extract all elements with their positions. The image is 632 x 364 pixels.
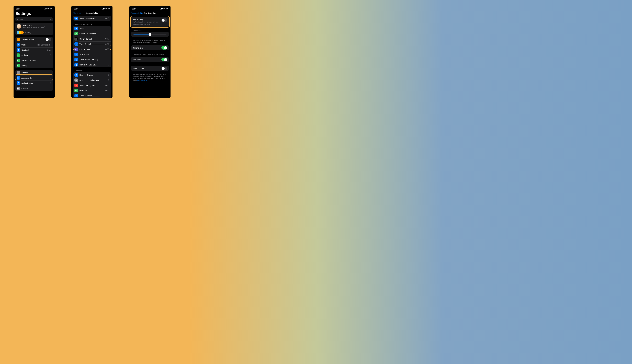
grid-icon [74,37,78,40]
dwell-description: With Dwell Control, maintaining your gaz… [130,73,170,83]
svg-point-5 [18,60,18,61]
accessibility-row[interactable]: Accessibility [15,75,53,80]
back-button[interactable]: Accessibility [130,12,143,14]
page-title: Settings [14,10,54,17]
battery-row[interactable]: Battery [15,63,53,68]
home-indicator[interactable] [84,96,100,97]
cellular-icon [16,54,20,57]
airplane-toggle[interactable] [46,38,51,41]
snap-toggle[interactable] [162,46,167,50]
side-button-row[interactable]: Side Button [73,52,111,57]
nav-bar: Settings Accessibility [72,10,112,16]
search-input[interactable] [15,17,53,21]
nav-title: Eye Tracking [144,12,156,14]
bluetooth-icon [16,48,20,52]
touch-row[interactable]: Touch [73,26,111,31]
svg-rect-8 [19,65,19,66]
signal-icon [44,8,46,10]
snap-to-item-row[interactable]: Snap to Item [131,45,169,50]
chevron-icon [108,64,109,66]
svg-rect-25 [76,39,76,40]
tty-icon [74,89,78,92]
chevron-icon [50,59,51,62]
eye-tracking-toggle[interactable] [162,18,167,22]
eye-tracking-row[interactable]: Eye TrackingOff [73,47,111,52]
hearing-devices-row[interactable]: Hearing Devices [73,72,111,78]
hotspot-row[interactable]: Personal Hotspot [15,58,53,63]
svg-rect-24 [76,39,76,40]
chevron-icon [50,31,51,34]
eye-tracking-description: Eye Tracking allows you to control your … [132,21,162,25]
eye-tracking-toggle-row[interactable]: Eye Tracking Eye Tracking allows you to … [131,17,169,26]
status-time: 11:26 [16,8,20,10]
general-row[interactable]: General [15,70,53,75]
rtt-tty-row[interactable]: RTT/TTYOff [73,88,111,93]
svg-point-6 [18,60,19,61]
dwell-control-row[interactable]: Dwell Control [131,66,169,71]
chevron-icon [108,74,109,76]
svg-point-0 [17,18,18,20]
chevron-icon [108,79,109,82]
apple-account-row[interactable]: M Potuck Apple Account, iCloud, and more [15,22,53,30]
assistivetouch-link[interactable]: AssistiveTouch [137,80,146,81]
wifi-row[interactable]: Wi-Fi Not Connected [15,42,53,48]
mic-icon[interactable] [50,18,52,20]
home-indicator[interactable] [26,96,42,97]
accessibility-screen: 11:26 LTE72 Settings Accessibility Audio… [72,6,112,98]
chevron-icon [50,87,51,90]
smoothing-header: SMOOTHING [130,29,170,32]
carrier-label: LTE [162,8,165,10]
audio-descriptions-row[interactable]: Audio Descriptions Off [73,16,111,21]
camera-row[interactable]: Camera [15,86,53,91]
hotspot-icon [16,59,20,62]
bluetooth-status: On [47,49,50,51]
smoothing-slider[interactable] [134,34,166,34]
nav-bar: Accessibility Eye Tracking [130,10,170,16]
search-field[interactable] [19,18,50,20]
carrier-label: LTE [46,8,49,10]
signal-icon [160,8,162,10]
nearby-devices-row[interactable]: Control Nearby Devices [73,62,111,67]
family-row[interactable]: Family [15,30,53,35]
cellular-row[interactable]: Cellular [15,52,53,58]
ear-icon [74,73,78,77]
svg-rect-14 [18,88,19,89]
dwell-toggle[interactable] [162,66,167,70]
svg-rect-7 [18,65,19,66]
eye-icon [74,48,78,51]
chevron-icon [108,95,109,97]
sound-recognition-row[interactable]: Sound RecognitionOff [73,83,111,88]
bluetooth-row[interactable]: Bluetooth On [15,48,53,52]
chevron-icon [50,54,51,56]
voice-control-row[interactable]: Voice ControlOff [73,42,111,47]
home-indicator[interactable] [142,96,158,97]
watch-icon [74,58,78,61]
smoothing-slider-row[interactable] [131,32,169,37]
svg-rect-33 [76,80,77,81]
switch-control-row[interactable]: Switch ControlOff [73,36,111,42]
wifi-status: Not Connected [38,44,50,46]
back-button[interactable]: Settings [72,12,81,14]
chevron-icon [44,25,45,28]
svg-rect-32 [76,80,76,81]
auto-hide-row[interactable]: Auto-Hide [131,57,169,62]
nav-title: Accessibility [86,12,98,14]
airplane-mode-row[interactable]: Airplane Mode [15,37,53,42]
voice-icon [74,42,78,46]
svg-rect-20 [76,38,77,38]
autohide-toggle[interactable] [162,58,167,61]
battery-icon-row [16,64,20,67]
svg-rect-22 [76,39,76,39]
chevron-icon [108,53,109,56]
watch-mirroring-row[interactable]: Apple Watch Mirroring [73,57,111,62]
action-button-row[interactable]: Action Button [15,80,53,86]
location-icon [21,8,22,10]
search-icon [16,18,18,20]
status-time: 11:26 [132,8,136,10]
accessibility-icon [16,76,20,80]
chevron-icon [108,43,109,45]
hearing-control-center-row[interactable]: Hearing Control Center [73,78,111,83]
svg-point-35 [76,91,76,91]
faceid-row[interactable]: Face ID & Attention [73,31,111,36]
chevron-icon [108,17,109,20]
